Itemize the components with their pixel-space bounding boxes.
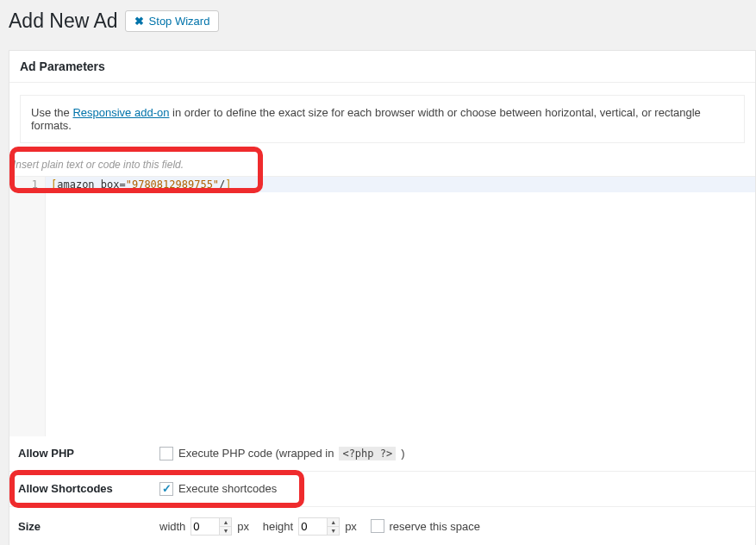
stop-wizard-label: Stop Wizard — [149, 15, 210, 28]
allow-php-row: Allow PHP Execute PHP code (wrapped in <… — [9, 436, 755, 471]
allow-php-text-after: ) — [401, 447, 404, 460]
chevron-up-icon[interactable]: ▲ — [220, 518, 231, 527]
width-label: width — [159, 520, 185, 533]
code-line[interactable]: [amazon box="9780812989755"/] — [46, 177, 755, 192]
chevron-down-icon[interactable]: ▼ — [220, 527, 231, 535]
stop-wizard-button[interactable]: ✖ Stop Wizard — [125, 10, 220, 32]
ad-parameters-panel: Ad Parameters Use the Responsive add-on … — [9, 50, 756, 545]
px-label: px — [345, 520, 357, 533]
allow-shortcodes-row: Allow Shortcodes Execute shortcodes — [9, 472, 755, 506]
code-hint: Insert plain text or code into this fiel… — [9, 159, 755, 176]
notice-text: Use the — [31, 106, 72, 119]
allow-shortcodes-checkbox[interactable] — [159, 482, 173, 496]
height-label: height — [263, 520, 293, 533]
close-icon: ✖ — [134, 15, 144, 28]
code-editor[interactable]: 1 [amazon box="9780812989755"/] — [9, 176, 755, 436]
px-label: px — [237, 520, 249, 533]
width-stepper[interactable]: ▲▼ — [219, 518, 231, 535]
code-lines[interactable]: [amazon box="9780812989755"/] — [46, 177, 755, 436]
allow-php-checkbox[interactable] — [159, 447, 173, 460]
size-label: Size — [18, 520, 159, 533]
php-code-chip: <?php ?> — [339, 447, 396, 460]
line-number: 1 — [9, 179, 38, 191]
allow-shortcodes-text: Execute shortcodes — [178, 482, 277, 495]
allow-php-label: Allow PHP — [18, 447, 159, 460]
page-title: Add New Ad — [9, 9, 118, 34]
reserve-space-label: reserve this space — [390, 520, 481, 533]
allow-php-text: Execute PHP code (wrapped in — [178, 447, 334, 460]
size-row: Size width ▲▼ px height ▲▼ px reserve th… — [9, 507, 755, 545]
panel-title: Ad Parameters — [9, 51, 755, 83]
editor-gutter: 1 — [9, 177, 46, 436]
responsive-notice: Use the Responsive add-on in order to de… — [20, 95, 745, 143]
allow-shortcodes-label: Allow Shortcodes — [18, 482, 159, 495]
responsive-addon-link[interactable]: Responsive add-on — [72, 106, 169, 119]
height-stepper[interactable]: ▲▼ — [327, 518, 339, 535]
chevron-up-icon[interactable]: ▲ — [328, 518, 339, 527]
reserve-space-checkbox[interactable] — [371, 519, 384, 533]
chevron-down-icon[interactable]: ▼ — [328, 527, 339, 535]
